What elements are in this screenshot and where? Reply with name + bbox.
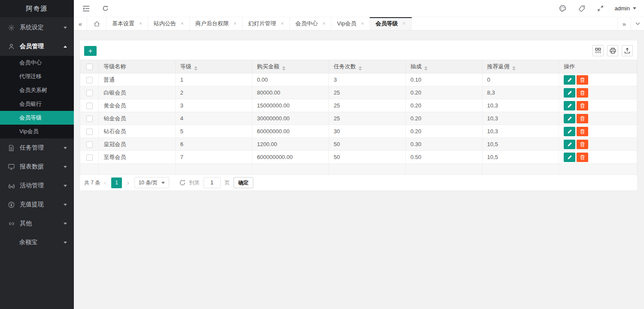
table-row: 皇冠会员 6 1200.00 50 0.30 10,5 [80, 138, 637, 151]
refresh-table-button[interactable] [179, 179, 186, 186]
close-icon[interactable]: × [234, 21, 237, 27]
column-header-commission[interactable]: 抽成 [405, 60, 482, 73]
row-checkbox[interactable] [86, 90, 93, 96]
column-header-purchase-amount[interactable]: 购买金额 [252, 60, 329, 73]
cell-actions [559, 99, 637, 112]
cell-level: 3 [175, 99, 252, 112]
pencil-icon [567, 116, 572, 121]
sidebar-item-other[interactable]: 其他 [0, 214, 74, 233]
sidebar-item-yuebao[interactable]: 余额宝 [0, 233, 74, 252]
sidebar-item-activity-management[interactable]: 活动管理 [0, 176, 74, 195]
sidebar-item-recharge-withdraw[interactable]: 充值提现 [0, 195, 74, 214]
row-checkbox[interactable] [86, 103, 93, 109]
tab-merchant-backend-permission[interactable]: 商户后台权限× [190, 17, 243, 30]
column-header-level[interactable]: 等级 [175, 60, 252, 73]
sort-icon[interactable] [424, 66, 428, 70]
cell-referral-rebate: 10,5 [482, 151, 559, 164]
trash-icon [580, 77, 585, 83]
tab-vip-member[interactable]: Vip会员× [331, 17, 370, 30]
tab-slideshow-management[interactable]: 幻灯片管理× [243, 17, 290, 30]
sidebar-item-member-relation-tree[interactable]: 会员关系树 [0, 83, 74, 97]
tab-member-center[interactable]: 会员中心× [290, 17, 331, 30]
fullscreen-icon[interactable] [597, 5, 604, 12]
row-checkbox[interactable] [86, 128, 93, 135]
cell-purchase-amount: 1200.00 [252, 138, 329, 151]
column-header-referral-rebate[interactable]: 推荐返佣 [482, 60, 559, 73]
close-icon[interactable]: × [403, 21, 406, 27]
delete-button[interactable] [577, 101, 588, 110]
sidebar-item-vip-member[interactable]: Vip会员 [0, 125, 74, 138]
sidebar-item-agent-migration[interactable]: 代理迁移 [0, 70, 74, 83]
close-icon[interactable]: × [322, 21, 325, 27]
sidebar-item-member-level[interactable]: 会员等级 [0, 111, 74, 125]
sidebar: 阿奇源 系统设定 会员管理 会员中心 代理迁移 会员关系树 会员银 [0, 0, 74, 309]
export-icon [624, 48, 630, 54]
delete-button[interactable] [577, 114, 588, 123]
delete-button[interactable] [577, 127, 588, 136]
sidebar-item-member-management[interactable]: 会员管理 [0, 37, 74, 56]
tab-site-announcement[interactable]: 站内公告× [148, 17, 190, 30]
tab-member-level[interactable]: 会员等级× [370, 17, 412, 30]
select-all-checkbox[interactable] [86, 64, 93, 70]
page-number-button[interactable]: 1 [111, 177, 122, 188]
row-checkbox[interactable] [86, 77, 93, 83]
columns-filter-button[interactable] [592, 45, 604, 56]
add-button[interactable]: + [84, 46, 97, 56]
sidebar-item-report-data[interactable]: 报表数据 [0, 157, 74, 176]
home-tab[interactable] [87, 17, 106, 30]
collapse-menu-icon[interactable] [82, 6, 90, 12]
print-button[interactable] [607, 45, 618, 56]
next-page-button[interactable]: › [126, 179, 131, 186]
row-checkbox[interactable] [86, 116, 93, 122]
edit-button[interactable] [564, 127, 575, 136]
tabs-scroll-left-button[interactable]: « [74, 17, 87, 30]
refresh-icon[interactable] [102, 5, 109, 12]
prev-page-button[interactable]: ‹ [103, 179, 107, 186]
column-header-level-name: 等级名称 [99, 60, 176, 73]
close-icon[interactable]: × [361, 21, 364, 27]
edit-button[interactable] [564, 153, 575, 162]
tab-basic-settings[interactable]: 基本设置× [106, 17, 148, 30]
edit-button[interactable] [564, 75, 575, 85]
edit-button[interactable] [564, 88, 575, 98]
cell-commission: 0.20 [405, 86, 482, 99]
edit-button[interactable] [564, 114, 575, 123]
sort-icon[interactable] [512, 66, 516, 70]
close-icon[interactable]: × [181, 21, 184, 27]
confirm-button[interactable]: 确定 [234, 177, 253, 188]
sidebar-item-member-bank[interactable]: 会员银行 [0, 97, 74, 111]
row-checkbox[interactable] [86, 141, 93, 148]
row-checkbox[interactable] [86, 154, 93, 161]
table-row: 钻石会员 5 60000000.00 30 0.20 10,3 [80, 125, 637, 138]
trash-icon [580, 142, 585, 147]
edit-button[interactable] [564, 140, 575, 149]
delete-button[interactable] [577, 140, 588, 149]
delete-button[interactable] [577, 88, 588, 98]
sidebar-item-system-settings[interactable]: 系统设定 [0, 18, 74, 37]
tabs-scroll-right-button[interactable]: » [617, 17, 631, 30]
tab-label: 会员中心 [295, 20, 318, 28]
column-label: 抽成 [410, 63, 422, 70]
close-icon[interactable]: × [281, 21, 284, 27]
close-icon[interactable]: × [139, 21, 142, 27]
edit-button[interactable] [564, 101, 575, 110]
cell-level-name: 铂金会员 [99, 112, 176, 125]
sidebar-item-member-center[interactable]: 会员中心 [0, 56, 74, 70]
chevron-down-icon [64, 27, 67, 29]
tabs-menu-button[interactable] [631, 17, 644, 30]
export-button[interactable] [622, 45, 633, 56]
goto-page-input[interactable] [204, 177, 221, 188]
palette-icon[interactable] [559, 5, 566, 12]
tab-label: 基本设置 [112, 20, 134, 28]
sort-icon[interactable] [358, 66, 362, 70]
delete-button[interactable] [577, 75, 588, 85]
tag-icon[interactable] [578, 5, 585, 12]
delete-button[interactable] [577, 153, 588, 162]
column-label: 购买金额 [257, 63, 279, 70]
column-header-task-count[interactable]: 任务次数 [329, 60, 406, 73]
user-menu[interactable]: admin [615, 5, 636, 12]
sort-icon[interactable] [194, 66, 197, 70]
sort-icon[interactable] [282, 66, 286, 70]
sidebar-item-task-management[interactable]: 任务管理 [0, 138, 74, 157]
page-size-select[interactable]: 10 条/页 [134, 177, 169, 188]
